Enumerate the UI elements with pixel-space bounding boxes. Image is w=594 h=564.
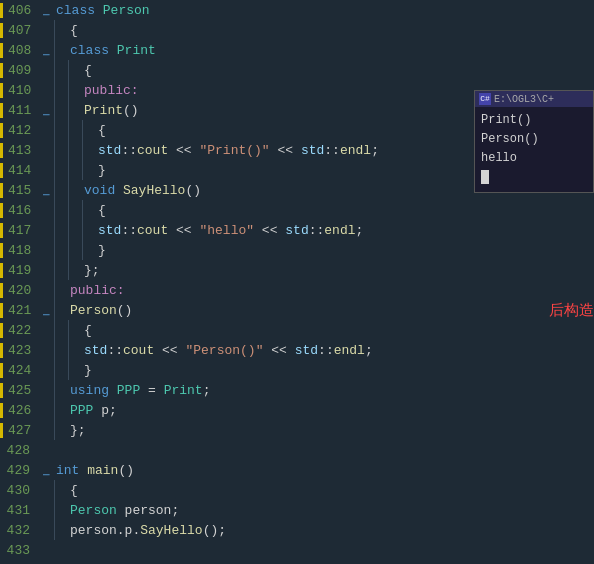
- table-row: 418}: [0, 240, 594, 260]
- line-number: 414: [0, 163, 38, 178]
- line-number: 420: [0, 283, 38, 298]
- line-number: 415: [0, 183, 38, 198]
- indent-guide: [68, 180, 82, 200]
- table-row: 408⎯class Print: [0, 40, 594, 60]
- line-number: 419: [0, 263, 38, 278]
- line-number: 416: [0, 203, 38, 218]
- indent-guide: [54, 220, 68, 240]
- indent-guide: [82, 220, 96, 240]
- line-number: 408: [0, 43, 38, 58]
- line-number: 413: [0, 143, 38, 158]
- terminal-cursor: [481, 170, 489, 184]
- table-row: 431Person person;: [0, 500, 594, 520]
- collapse-icon[interactable]: ⎯: [38, 184, 54, 196]
- table-row: 423std::cout << "Person()" << std::endl;: [0, 340, 594, 360]
- code-content: }: [82, 363, 594, 378]
- table-row: 422{: [0, 320, 594, 340]
- indent-guide: [54, 200, 68, 220]
- indent-guide: [82, 120, 96, 140]
- indent-guide: [54, 180, 68, 200]
- line-number: 409: [0, 63, 38, 78]
- terminal-titlebar: C# E:\OGL3\C+: [475, 91, 593, 107]
- indent-guide: [54, 80, 68, 100]
- line-number: 429: [0, 463, 38, 478]
- line-number: 424: [0, 363, 38, 378]
- line-number: 426: [0, 403, 38, 418]
- indent-guide: [68, 80, 82, 100]
- line-number: 431: [0, 503, 38, 518]
- table-row: 416{: [0, 200, 594, 220]
- code-editor: 406⎯class Person407{408⎯class Print409{4…: [0, 0, 594, 564]
- indent-guide: [68, 200, 82, 220]
- line-number: 411: [0, 103, 38, 118]
- code-content: class Person: [54, 3, 594, 18]
- table-row: 428: [0, 440, 594, 460]
- indent-guide: [54, 260, 68, 280]
- indent-guide: [82, 160, 96, 180]
- line-number: 406: [0, 3, 38, 18]
- collapse-icon[interactable]: ⎯: [38, 464, 54, 476]
- indent-guide: [54, 480, 68, 500]
- line-number: 410: [0, 83, 38, 98]
- indent-guide: [54, 140, 68, 160]
- code-content: Print(): [82, 103, 529, 118]
- indent-guide: [54, 340, 68, 360]
- indent-guide: [54, 500, 68, 520]
- indent-guide: [54, 20, 68, 40]
- indent-guide: [54, 280, 68, 300]
- line-number: 412: [0, 123, 38, 138]
- line-number: 418: [0, 243, 38, 258]
- code-content: public:: [68, 283, 594, 298]
- table-row: 419};: [0, 260, 594, 280]
- terminal-line-1: Print(): [481, 111, 587, 130]
- line-number: 425: [0, 383, 38, 398]
- indent-guide: [68, 260, 82, 280]
- indent-guide: [54, 420, 68, 440]
- terminal-title: E:\OGL3\C+: [494, 94, 554, 105]
- code-content: int main(): [54, 463, 594, 478]
- code-content: {: [68, 23, 594, 38]
- indent-guide: [54, 40, 68, 60]
- code-content: {: [82, 63, 594, 78]
- code-content: {: [96, 203, 594, 218]
- table-row: 417std::cout << "hello" << std::endl;: [0, 220, 594, 240]
- line-number: 432: [0, 523, 38, 538]
- terminal-line-2: Person(): [481, 130, 587, 149]
- table-row: 425using PPP = Print;: [0, 380, 594, 400]
- line-number: 407: [0, 23, 38, 38]
- code-content: }: [96, 243, 594, 258]
- indent-guide: [68, 240, 82, 260]
- collapse-icon[interactable]: ⎯: [38, 4, 54, 16]
- indent-guide: [68, 120, 82, 140]
- indent-guide: [54, 520, 68, 540]
- table-row: 421⎯Person()后构造: [0, 300, 594, 320]
- table-row: 430{: [0, 480, 594, 500]
- table-row: 432person.p.SayHello();: [0, 520, 594, 540]
- code-content: };: [68, 423, 594, 438]
- code-content: Person(): [68, 303, 529, 318]
- table-row: 406⎯class Person: [0, 0, 594, 20]
- code-content: person.p.SayHello();: [68, 523, 594, 538]
- indent-guide: [54, 400, 68, 420]
- collapse-icon[interactable]: ⎯: [38, 304, 54, 316]
- indent-guide: [82, 240, 96, 260]
- line-number: 417: [0, 223, 38, 238]
- terminal-icon: C#: [479, 93, 491, 105]
- collapse-icon[interactable]: ⎯: [38, 44, 54, 56]
- code-content: class Print: [68, 43, 594, 58]
- indent-guide: [54, 100, 68, 120]
- indent-guide: [68, 320, 82, 340]
- code-content: {: [82, 323, 594, 338]
- indent-guide: [68, 340, 82, 360]
- collapse-icon[interactable]: ⎯: [38, 104, 54, 116]
- indent-guide: [68, 360, 82, 380]
- indent-guide: [54, 360, 68, 380]
- table-row: 424}: [0, 360, 594, 380]
- terminal-cursor-line: [481, 169, 587, 188]
- indent-guide: [68, 160, 82, 180]
- code-content: std::cout << "Person()" << std::endl;: [82, 343, 594, 358]
- line-number: 427: [0, 423, 38, 438]
- code-content: Person person;: [68, 503, 594, 518]
- line-number: 421: [0, 303, 38, 318]
- indent-guide: [54, 160, 68, 180]
